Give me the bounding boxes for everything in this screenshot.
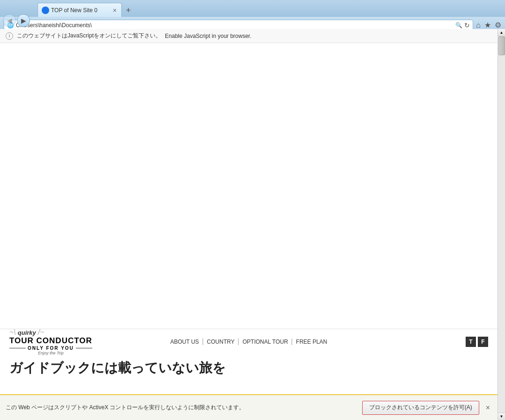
- allow-blocked-content-button[interactable]: ブロックされているコンテンツを許可(A): [362, 401, 479, 415]
- info-bar: i このウェブサイトはJavaScriptをオンにしてご覧下さい。 Enable…: [0, 29, 498, 43]
- info-icon: i: [6, 32, 13, 40]
- scroll-thumb[interactable]: [498, 37, 505, 55]
- browser-content: i このウェブサイトはJavaScriptをオンにしてご覧下さい。 Enable…: [0, 29, 498, 420]
- window-chrome: ◀ ▶ TOP of New Site 0 × + 🌐 🔍 ↻ ⌂ ★ ⚙: [0, 0, 505, 29]
- favorites-icon[interactable]: ★: [484, 21, 491, 29]
- menu-item-optional[interactable]: OPTIONAL TOUR: [239, 339, 292, 345]
- logo-quirky: quirky: [18, 329, 36, 336]
- logo-sub: ONLY FOR YOU: [9, 346, 92, 351]
- section-title: ガイドブックには載っていない旅を: [9, 359, 488, 377]
- scrollbar[interactable]: ▲ ▼: [498, 29, 505, 420]
- refresh-button[interactable]: ↻: [464, 22, 470, 29]
- nav-arrows: ◀ ▶: [3, 12, 30, 29]
- address-input[interactable]: [16, 22, 453, 29]
- blocked-content-bar: この Web ページはスクリプトや ActiveX コントロールを実行しないよう…: [0, 394, 498, 420]
- facebook-icon[interactable]: F: [478, 337, 488, 347]
- blocked-bar-close-button[interactable]: ×: [484, 402, 492, 414]
- scroll-down-button[interactable]: ▼: [498, 413, 505, 420]
- tab-close-button[interactable]: ×: [112, 7, 118, 14]
- logo-main: TOUR CONDUCTOR: [9, 337, 92, 346]
- home-icon[interactable]: ⌂: [476, 21, 481, 29]
- back-button[interactable]: ◀: [3, 14, 16, 27]
- menu-item-free[interactable]: FREE PLAN: [292, 339, 331, 345]
- blocked-text: この Web ページはスクリプトや ActiveX コントロールを実行しないよう…: [6, 404, 357, 412]
- site-menu: ABOUT US COUNTRY OPTIONAL TOUR FREE PLAN: [166, 339, 331, 345]
- new-tab-button[interactable]: +: [122, 4, 135, 17]
- menu-item-about[interactable]: ABOUT US: [166, 339, 203, 345]
- logo-slogan: Enjoy the Trip: [9, 351, 92, 355]
- toolbar-right: ⌂ ★ ⚙: [476, 21, 501, 29]
- settings-icon[interactable]: ⚙: [495, 21, 501, 29]
- twitter-icon[interactable]: T: [466, 337, 476, 347]
- menu-item-country[interactable]: COUNTRY: [203, 339, 239, 345]
- site-section: ガイドブックには載っていない旅を: [0, 354, 498, 382]
- browser-tab[interactable]: TOP of New Site 0 ×: [37, 3, 122, 17]
- search-icon: 🔍: [455, 22, 462, 29]
- tab-bar: TOP of New Site 0 × +: [0, 0, 505, 17]
- site-logo: ~\ quirky /~ TOUR CONDUCTOR ONLY FOR YOU…: [9, 328, 92, 355]
- page-content: ~\ quirky /~ TOUR CONDUCTOR ONLY FOR YOU…: [0, 43, 498, 392]
- tab-favicon: [42, 7, 49, 14]
- info-text-en: Enable JavaScript in your browser.: [165, 33, 252, 39]
- site-nav: ~\ quirky /~ TOUR CONDUCTOR ONLY FOR YOU…: [0, 329, 498, 354]
- info-text-ja: このウェブサイトはJavaScriptをオンにしてご覧下さい。: [17, 32, 161, 40]
- hero-area: [0, 43, 498, 329]
- social-icons: T F: [466, 337, 488, 347]
- tab-title: TOP of New Site 0: [51, 7, 110, 14]
- forward-button[interactable]: ▶: [17, 14, 30, 27]
- scroll-up-button[interactable]: ▲: [498, 29, 505, 37]
